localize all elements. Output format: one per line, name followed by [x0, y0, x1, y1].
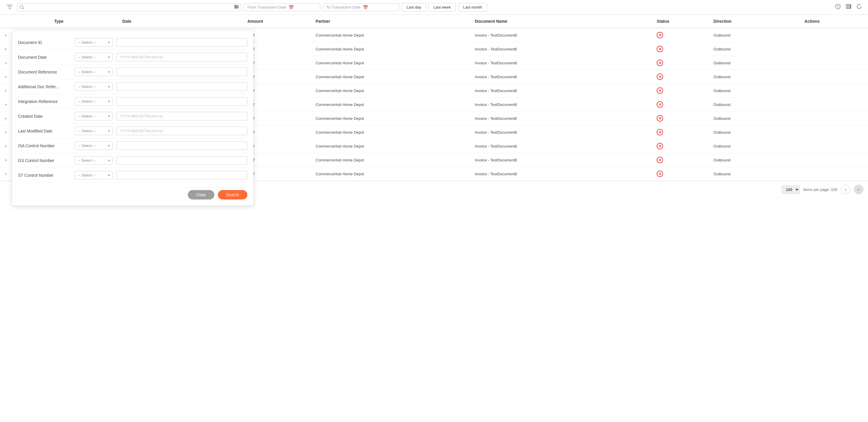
select-dropdown-additional-doc-ref[interactable]: -- Select -- ▾	[74, 82, 113, 91]
svg-rect-8	[846, 4, 848, 8]
col-header-checkbox	[22, 15, 50, 28]
select-dropdown-gs-control-number[interactable]: -- Select -- ▾	[74, 156, 113, 165]
select-dropdown-st-control-number[interactable]: -- Select -- ▾	[74, 171, 113, 179]
chevron-down-icon: ▾	[108, 129, 110, 133]
chevron-down-icon: ▾	[108, 70, 110, 74]
last-day-button[interactable]: Last day	[402, 3, 426, 11]
input-last-modified-date[interactable]	[117, 126, 247, 135]
actions-cell	[800, 70, 868, 84]
direction-cell: Outbound	[709, 153, 800, 167]
svg-point-4	[235, 5, 236, 6]
filter-settings-button[interactable]	[234, 4, 239, 10]
to-date-label: To Transaction Date	[327, 5, 361, 9]
search-input[interactable]	[27, 5, 239, 10]
to-date-picker[interactable]: To Transaction Date 📅	[322, 3, 399, 11]
clear-button[interactable]: Clear	[188, 190, 214, 199]
partner-cell: CommerceHub Home Depot	[311, 56, 470, 70]
docname-cell: Invoice - TestDocument8	[470, 28, 652, 42]
filter-toggle-button[interactable]	[5, 3, 15, 11]
expand-row-button[interactable]: >	[5, 131, 7, 135]
filter-row-last-modified-date: Last Modified Date -- Select -- ▾	[18, 124, 247, 138]
filter-label-last-modified-date: Last Modified Date	[18, 129, 71, 133]
status-badge: ✕	[657, 143, 663, 149]
select-dropdown-document-id[interactable]: -- Select -- ▾	[74, 38, 113, 47]
expand-row-button[interactable]: >	[5, 117, 7, 121]
svg-rect-9	[848, 4, 850, 8]
svg-point-6	[235, 7, 237, 8]
expand-row-button[interactable]: >	[5, 33, 7, 37]
expand-row-button[interactable]: >	[5, 172, 7, 176]
expand-row-button[interactable]: >	[5, 144, 7, 148]
status-badge: ✕	[657, 129, 663, 136]
col-header-expand	[0, 15, 22, 28]
select-dropdown-document-reference[interactable]: -- Select -- ▾	[74, 67, 113, 76]
select-dropdown-isa-control-number[interactable]: -- Select -- ▾	[74, 141, 113, 150]
select-dropdown-integration-reference[interactable]: -- Select -- ▾	[74, 97, 113, 106]
items-per-page-label: Items per page: 100	[803, 188, 837, 192]
status-badge: ✕	[657, 171, 663, 177]
from-calendar-icon: 📅	[289, 5, 294, 10]
from-date-picker[interactable]: From Transaction Date 📅	[244, 3, 320, 11]
filter-label-isa-control-number: ISA Control Number	[18, 143, 71, 148]
expand-row-button[interactable]: >	[5, 158, 7, 162]
input-integration-reference[interactable]	[117, 97, 247, 106]
input-created-date[interactable]	[117, 112, 247, 120]
history-button[interactable]	[834, 2, 842, 12]
input-st-control-number[interactable]	[117, 171, 247, 179]
select-dropdown-created-date[interactable]: -- Select -- ▾	[74, 112, 113, 120]
input-document-reference[interactable]	[117, 67, 247, 76]
expand-row-button[interactable]: >	[5, 61, 7, 65]
direction-cell: Outbound	[709, 84, 800, 98]
input-isa-control-number[interactable]	[117, 141, 247, 150]
prev-page-button[interactable]: ‹	[841, 185, 850, 194]
expand-row-button[interactable]: >	[5, 89, 7, 93]
status-badge: ✕	[657, 115, 663, 121]
filter-label-document-id: Document ID	[18, 40, 71, 45]
docname-cell: Invoice - TestDocument8	[470, 167, 652, 181]
docname-cell: Invoice - TestDocument8	[470, 112, 652, 125]
refresh-button[interactable]	[855, 2, 863, 12]
partner-cell: CommerceHub Home Depot	[311, 98, 470, 112]
actions-cell	[800, 98, 868, 112]
col-header-direction: Direction	[709, 15, 800, 28]
filter-row-created-date: Created Date -- Select -- ▾	[18, 109, 247, 124]
per-page-select[interactable]: 100 50 25	[782, 186, 800, 194]
filter-label-gs-control-number: GS Control Number	[18, 158, 71, 163]
actions-cell	[800, 167, 868, 181]
from-date-label: From Transaction Date	[247, 5, 286, 9]
dropdown-area: Document ID -- Select -- ▾ Document Date…	[0, 15, 868, 198]
expand-row-button[interactable]: >	[5, 103, 7, 107]
direction-cell: Outbound	[709, 28, 800, 42]
status-badge: ✕	[657, 157, 663, 163]
filter-row-additional-doc-ref: Additional Doc Refer... -- Select -- ▾	[18, 79, 247, 94]
docname-cell: Invoice - TestDocument8	[470, 42, 652, 56]
search-icon	[20, 5, 25, 10]
filter-label-created-date: Created Date	[18, 114, 71, 119]
input-gs-control-number[interactable]	[117, 156, 247, 165]
select-dropdown-last-modified-date[interactable]: -- Select -- ▾	[74, 126, 113, 135]
svg-rect-10	[850, 4, 851, 8]
toolbar: From Transaction Date 📅 To Transaction D…	[0, 0, 868, 15]
input-document-id[interactable]	[117, 38, 247, 47]
columns-button[interactable]	[844, 2, 852, 12]
direction-cell: Outbound	[709, 167, 800, 181]
next-page-button[interactable]: ›	[854, 185, 863, 194]
chevron-down-icon: ▾	[108, 173, 110, 177]
partner-cell: CommerceHub Home Depot	[311, 28, 470, 42]
actions-cell	[800, 56, 868, 70]
actions-cell	[800, 112, 868, 125]
input-document-date[interactable]	[117, 53, 247, 61]
search-button[interactable]: Search	[218, 190, 247, 199]
expand-row-button[interactable]: >	[5, 75, 7, 79]
expand-row-button[interactable]: >	[5, 47, 7, 51]
last-month-button[interactable]: Last month	[458, 3, 487, 11]
last-week-button[interactable]: Last week	[428, 3, 456, 11]
partner-cell: CommerceHub Home Depot	[311, 139, 470, 153]
actions-cell	[800, 153, 868, 167]
filter-row-gs-control-number: GS Control Number -- Select -- ▾	[18, 153, 247, 168]
select-dropdown-document-date[interactable]: -- Select -- ▾	[74, 53, 113, 61]
col-header-date: Date	[118, 15, 243, 28]
search-box	[17, 3, 241, 11]
input-additional-doc-ref[interactable]	[117, 82, 247, 91]
chevron-down-icon: ▾	[108, 114, 110, 118]
